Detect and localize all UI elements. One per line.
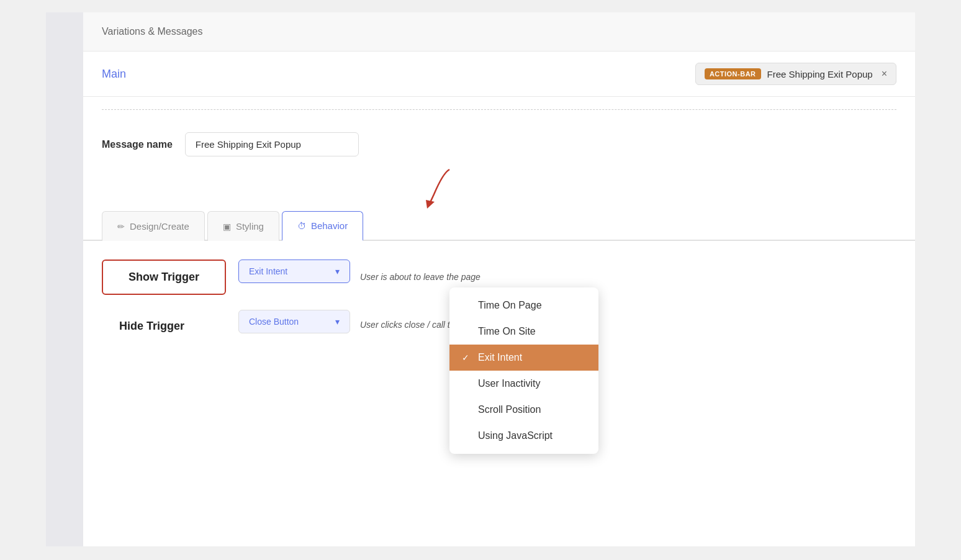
main-row: Main ACTION-BAR Free Shipping Exit Popup… — [83, 52, 915, 97]
hide-trigger-select-button[interactable]: Close Button ▾ — [238, 310, 350, 333]
dropdown-item-using-javascript-label: Using JavaScript — [478, 430, 553, 441]
variations-header: Variations & Messages — [83, 12, 915, 52]
show-trigger-box[interactable]: Show Trigger — [102, 260, 226, 295]
tab-content: Show Trigger Exit Intent ▾ Time On Page — [83, 241, 915, 361]
show-trigger-description: User is about to leave the page — [360, 262, 480, 282]
trigger-dropdown-container: Exit Intent ▾ Time On Page Time On — [238, 260, 350, 283]
main-container: Variations & Messages Main ACTION-BAR Fr… — [46, 12, 915, 546]
close-icon[interactable]: × — [882, 68, 887, 79]
check-icon: ✓ — [462, 353, 472, 363]
tabs-row: ✏ Design/Create ▣ Styling ⏱ Behavior — [83, 210, 915, 241]
chevron-down-icon: ▾ — [335, 266, 340, 276]
action-bar-name: Free Shipping Exit Popup — [767, 69, 873, 79]
message-name-input[interactable] — [185, 132, 359, 156]
dropdown-item-time-on-site-label: Time On Site — [478, 326, 536, 337]
dropdown-item-scroll-position[interactable]: Scroll Position — [449, 397, 598, 423]
styling-icon: ▣ — [223, 222, 231, 232]
left-sidebar — [46, 12, 83, 546]
tab-styling-label: Styling — [236, 221, 264, 232]
dropdown-item-user-inactivity[interactable]: User Inactivity — [449, 371, 598, 397]
hide-trigger-selected-label: Close Button — [249, 317, 299, 327]
action-bar-tag[interactable]: ACTION-BAR Free Shipping Exit Popup × — [695, 63, 896, 85]
show-trigger-row: Show Trigger Exit Intent ▾ Time On Page — [102, 260, 896, 295]
trigger-dropdown-menu: Time On Page Time On Site ✓ Exit Intent — [449, 287, 598, 454]
content-area: Variations & Messages Main ACTION-BAR Fr… — [83, 12, 915, 546]
trigger-content-area: Exit Intent ▾ Time On Page Time On — [238, 260, 896, 283]
arrow-container — [102, 166, 915, 210]
trigger-select-button[interactable]: Exit Intent ▾ — [238, 260, 350, 283]
red-arrow-icon — [400, 166, 462, 210]
dropdown-item-time-on-page[interactable]: Time On Page — [449, 292, 598, 318]
selected-trigger-label: Exit Intent — [249, 266, 287, 276]
dashed-divider — [102, 109, 896, 110]
tab-styling[interactable]: ▣ Styling — [207, 211, 279, 241]
hide-trigger-chevron-icon: ▾ — [335, 317, 340, 327]
behavior-icon: ⏱ — [297, 221, 306, 231]
svg-marker-0 — [426, 200, 435, 209]
message-name-row: Message name — [83, 122, 915, 166]
action-bar-badge: ACTION-BAR — [705, 68, 761, 79]
dropdown-item-time-on-page-label: Time On Page — [478, 300, 542, 311]
dropdown-item-exit-intent[interactable]: ✓ Exit Intent — [449, 345, 598, 371]
tab-design-label: Design/Create — [130, 221, 189, 232]
tab-behavior-label: Behavior — [311, 220, 348, 231]
dropdown-item-using-javascript[interactable]: Using JavaScript — [449, 423, 598, 449]
tab-behavior[interactable]: ⏱ Behavior — [282, 211, 363, 241]
dropdown-item-user-inactivity-label: User Inactivity — [478, 378, 540, 389]
dropdown-item-exit-intent-label: Exit Intent — [478, 352, 522, 363]
message-name-label: Message name — [102, 139, 173, 150]
hide-trigger-label: Hide Trigger — [102, 310, 226, 343]
hide-trigger-content: Close Button ▾ User clicks close / call … — [238, 310, 480, 333]
dropdown-item-time-on-site[interactable]: Time On Site — [449, 318, 598, 345]
variations-header-title: Variations & Messages — [102, 26, 202, 37]
tab-design[interactable]: ✏ Design/Create — [102, 211, 205, 241]
dropdown-item-scroll-position-label: Scroll Position — [478, 404, 541, 415]
main-label[interactable]: Main — [102, 68, 126, 81]
design-create-icon: ✏ — [117, 222, 125, 232]
